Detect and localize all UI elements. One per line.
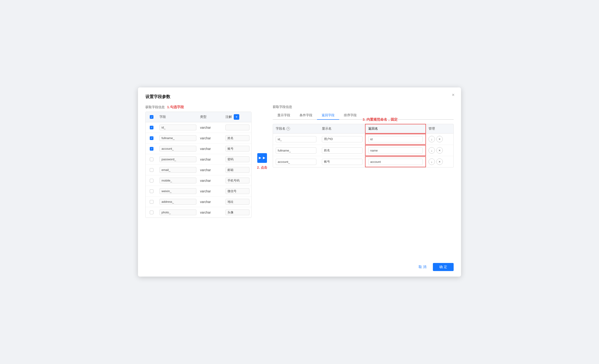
right-table-body: ↓×↓×↓× xyxy=(273,134,454,167)
main-layout: 获取字段信息 1.勾选字段 字段 类型 注解 + varcharv xyxy=(145,105,454,218)
note-input[interactable] xyxy=(225,156,249,162)
left-table-body: varcharvarcharvarcharvarcharvarcharvarch… xyxy=(146,122,251,217)
row-checkbox[interactable] xyxy=(150,147,153,151)
left-table-row: varchar xyxy=(146,122,251,133)
row-checkbox[interactable] xyxy=(150,200,153,204)
right-panel-header: 获取字段信息 xyxy=(273,105,454,109)
right-table-row: ↓× xyxy=(273,145,453,156)
right-header-manage: 管理 xyxy=(426,124,453,133)
help-icon[interactable]: ? xyxy=(286,127,290,130)
right-display-input[interactable] xyxy=(322,147,362,154)
field-input[interactable] xyxy=(159,156,196,162)
manage-col: ↓× xyxy=(426,134,453,145)
tab-return[interactable]: 返回字段 xyxy=(317,112,339,120)
type-text: varchar xyxy=(198,134,224,142)
field-input[interactable] xyxy=(159,167,196,173)
step3-label: 3. 内置规范命名，固定 xyxy=(363,117,398,122)
type-text: varchar xyxy=(198,198,224,206)
note-input[interactable] xyxy=(225,209,249,215)
header-field-col: 字段 xyxy=(158,113,198,121)
right-return-input[interactable] xyxy=(368,147,423,154)
select-all-checkbox[interactable] xyxy=(150,115,153,119)
cancel-button[interactable]: 取 消 xyxy=(415,263,430,271)
manage-col: ↓× xyxy=(426,145,453,156)
right-panel: 获取字段信息 显示字段 条件字段 返回字段 排序字段 3. 内置规范命名，固定 … xyxy=(273,105,454,218)
right-col-field-label: 字段名 xyxy=(276,127,285,131)
arrow-section: ►► 2. 点击 xyxy=(252,105,273,218)
right-field-input[interactable] xyxy=(276,136,316,142)
right-header-field: 字段名 ? xyxy=(273,124,319,133)
tab-display[interactable]: 显示字段 xyxy=(273,112,295,120)
header-note-col: 注解 + xyxy=(224,112,251,122)
row-checkbox[interactable] xyxy=(150,189,153,193)
note-input[interactable] xyxy=(225,178,249,183)
header-type-col: 类型 xyxy=(198,113,224,121)
field-input[interactable] xyxy=(159,209,196,215)
right-field-input[interactable] xyxy=(276,159,316,165)
field-input[interactable] xyxy=(159,146,196,152)
type-text: varchar xyxy=(198,208,224,217)
note-input[interactable] xyxy=(225,125,249,130)
note-input[interactable] xyxy=(225,188,249,194)
field-input[interactable] xyxy=(159,178,196,183)
sort-button[interactable]: ↓ xyxy=(429,136,435,142)
tab-sort[interactable]: 排序字段 xyxy=(339,112,361,120)
return-col-label: 返回名 xyxy=(368,127,378,130)
row-checkbox[interactable] xyxy=(150,211,153,214)
close-button[interactable]: × xyxy=(452,93,455,97)
sort-button[interactable]: ↓ xyxy=(429,147,435,154)
left-table-row: varchar xyxy=(146,143,251,154)
delete-button[interactable]: × xyxy=(436,147,443,154)
left-panel: 获取字段信息 1.勾选字段 字段 类型 注解 + varcharv xyxy=(145,105,252,218)
row-checkbox[interactable] xyxy=(150,136,153,140)
note-input[interactable] xyxy=(225,135,249,141)
row-checkbox[interactable] xyxy=(150,157,153,161)
right-field-input[interactable] xyxy=(276,147,316,154)
note-input[interactable] xyxy=(225,199,249,205)
left-header-text: 获取字段信息 xyxy=(145,105,165,109)
left-table-row: varchar xyxy=(146,186,251,197)
delete-button[interactable]: × xyxy=(436,158,443,165)
note-col-label: 注解 xyxy=(225,115,232,119)
right-display-input[interactable] xyxy=(322,136,362,142)
dialog-footer: 取 消 确 定 xyxy=(415,263,454,271)
right-return-input[interactable] xyxy=(368,159,423,165)
note-input[interactable] xyxy=(225,167,249,173)
confirm-button[interactable]: 确 定 xyxy=(433,263,454,271)
row-checkbox[interactable] xyxy=(150,168,153,172)
field-input[interactable] xyxy=(159,199,196,205)
right-display-input[interactable] xyxy=(322,159,362,165)
left-table-row: varchar xyxy=(146,207,251,217)
type-text: varchar xyxy=(198,187,224,195)
row-checkbox[interactable] xyxy=(150,126,153,130)
note-input[interactable] xyxy=(225,146,249,152)
right-table-row: ↓× xyxy=(273,134,453,145)
sort-button[interactable]: ↓ xyxy=(429,158,435,165)
left-table-row: varchar xyxy=(146,165,251,175)
type-text: varchar xyxy=(198,155,224,164)
tab-condition[interactable]: 条件字段 xyxy=(295,112,317,120)
left-table-row: varchar xyxy=(146,197,251,207)
field-input[interactable] xyxy=(159,135,196,141)
delete-button[interactable]: × xyxy=(436,136,443,142)
right-return-input[interactable] xyxy=(368,136,423,142)
dialog-title: 设置字段参数 xyxy=(145,94,454,99)
left-table-header: 字段 类型 注解 + xyxy=(146,112,251,122)
add-field-button[interactable]: + xyxy=(234,114,239,120)
row-checkbox[interactable] xyxy=(150,179,153,182)
left-panel-header: 获取字段信息 1.勾选字段 xyxy=(145,105,252,109)
right-table-header: 字段名 ? 显示名 返回名 管理 xyxy=(273,124,454,134)
left-table: 字段 类型 注解 + varcharvarcharvarcharvarcharv… xyxy=(145,112,252,218)
type-text: varchar xyxy=(198,123,224,132)
left-table-row: varchar xyxy=(146,154,251,165)
right-return-col xyxy=(365,134,426,145)
field-input[interactable] xyxy=(159,188,196,194)
type-text: varchar xyxy=(198,166,224,174)
header-check-col xyxy=(146,113,158,121)
manage-col: ↓× xyxy=(426,156,453,167)
transfer-button[interactable]: ►► xyxy=(257,153,267,163)
right-table-container: 3. 内置规范命名，固定 字段名 ? 显示名 返回名 管理 ↓×↓×↓× xyxy=(273,124,454,167)
right-header-display: 显示名 xyxy=(319,124,365,133)
right-table-row: ↓× xyxy=(273,156,453,167)
field-input[interactable] xyxy=(159,125,196,130)
